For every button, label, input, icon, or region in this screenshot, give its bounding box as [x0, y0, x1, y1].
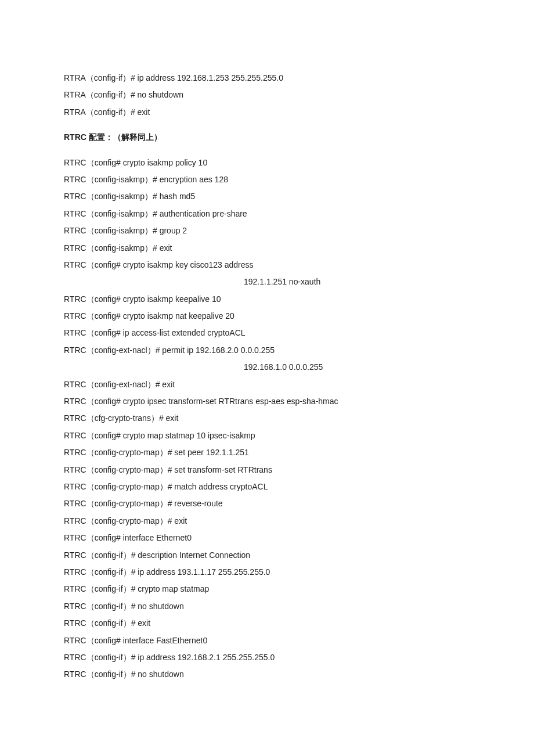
config-line: RTRC（config# interface Ethernet0	[64, 530, 470, 546]
config-line: RTRC（config# crypto isakmp keepalive 10	[64, 291, 470, 308]
config-line: 192.168.1.0 0.0.0.255	[64, 359, 470, 376]
config-line: RTRC（cfg-crypto-trans）# exit	[64, 410, 470, 427]
config-line: RTRC（config-if）# crypto map statmap	[64, 581, 470, 597]
config-line: RTRC（config-crypto-map）# reverse-route	[64, 495, 470, 512]
config-line: RTRC（config-crypto-map）# match address c…	[64, 478, 470, 495]
config-line: RTRC（config# crypto map statmap 10 ipsec…	[64, 427, 470, 444]
config-line: RTRC（config-crypto-map）# set transform-s…	[64, 462, 470, 478]
config-line: RTRC（config-if）# ip address 192.168.2.1 …	[64, 649, 470, 666]
config-line: RTRC（config-ext-nacl）# permit ip 192.168…	[64, 342, 470, 359]
config-line: RTRC（config-isakmp）# encryption aes 128	[64, 171, 470, 188]
config-line: RTRC（config-isakmp）# exit	[64, 240, 470, 257]
document-page: RTRA（config-if）# ip address 192.168.1.25…	[0, 0, 534, 741]
config-line: RTRC（config# crypto isakmp key cisco123 …	[64, 257, 470, 273]
config-line: RTRA（config-if）# no shutdown	[64, 87, 470, 103]
config-line: RTRA（config-if）# ip address 192.168.1.25…	[64, 70, 470, 87]
config-line: RTRC（config-if）# no shutdown	[64, 598, 470, 615]
config-line: RTRC（config# crypto ipsec transform-set …	[64, 393, 470, 410]
blank-line	[64, 121, 470, 129]
config-line: RTRC（config-isakmp）# authentication pre-…	[64, 206, 470, 222]
config-line: RTRC（config-crypto-map）# set peer 192.1.…	[64, 444, 470, 461]
config-line: RTRC（config# ip access-list extended cry…	[64, 325, 470, 341]
config-line: RTRC（config-crypto-map）# exit	[64, 513, 470, 530]
config-line: RTRC（config-if）# exit	[64, 615, 470, 632]
config-line: RTRC（config-if）# no shutdown	[64, 666, 470, 683]
config-line: 192.1.1.251 no-xauth	[64, 273, 470, 290]
config-line: RTRC（config# crypto isakmp nat keepalive…	[64, 308, 470, 325]
config-line: RTRC（config-isakmp）# group 2	[64, 222, 470, 239]
config-line: RTRC（config-if）# description Internet Co…	[64, 547, 470, 564]
config-line: RTRC（config-ext-nacl）# exit	[64, 376, 470, 393]
blank-line	[64, 146, 470, 154]
config-line: RTRC（config-if）# ip address 193.1.1.17 2…	[64, 564, 470, 581]
config-line: RTRC（config# crypto isakmp policy 10	[64, 154, 470, 171]
config-line: RTRC（config-isakmp）# hash md5	[64, 188, 470, 205]
section-heading: RTRC 配置：（解释同上）	[64, 129, 470, 146]
config-line: RTRC（config# interface FastEthernet0	[64, 632, 470, 649]
config-line: RTRA（config-if）# exit	[64, 104, 470, 121]
